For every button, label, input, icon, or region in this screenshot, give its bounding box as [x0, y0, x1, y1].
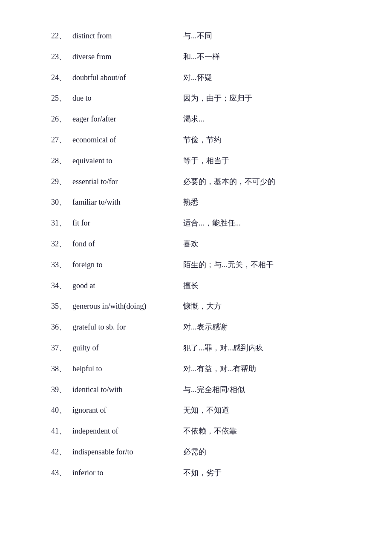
item-english: guilty of [72, 342, 183, 354]
item-chinese: 不如，劣于 [183, 467, 222, 479]
item-english: foreign to [72, 259, 183, 271]
item-english: diverse from [72, 51, 183, 63]
item-chinese: 无知，不知道 [183, 404, 229, 416]
item-chinese: 必要的，基本的，不可少的 [183, 176, 275, 188]
list-item: 35、generous in/with(doing)慷慨，大方 [51, 296, 358, 317]
item-chinese: 渴求... [183, 113, 205, 125]
item-number: 24、 [51, 72, 72, 84]
list-item: 30、familiar to/with熟悉 [51, 192, 358, 213]
item-chinese: 因为，由于；应归于 [183, 92, 252, 104]
item-chinese: 对...有益，对...有帮助 [183, 363, 256, 375]
list-item: 41、independent of不依赖，不依靠 [51, 421, 358, 442]
item-chinese: 喜欢 [183, 238, 199, 250]
item-chinese: 擅长 [183, 280, 199, 292]
item-number: 35、 [51, 300, 72, 312]
item-chinese: 与...不同 [183, 30, 212, 42]
item-number: 37、 [51, 342, 72, 354]
list-item: 28、equivalent to等于，相当于 [51, 150, 358, 171]
item-chinese: 适合...，能胜任... [183, 217, 241, 229]
item-number: 42、 [51, 446, 72, 458]
item-chinese: 必需的 [183, 446, 206, 458]
vocabulary-list: 22、distinct from与...不同23、diverse from和..… [51, 26, 358, 483]
item-chinese: 对...怀疑 [183, 72, 212, 84]
item-number: 22、 [51, 30, 72, 42]
item-chinese: 和...不一样 [183, 51, 220, 63]
list-item: 37、guilty of犯了...罪，对...感到内疚 [51, 338, 358, 358]
list-item: 22、distinct from与...不同 [51, 26, 358, 46]
item-number: 38、 [51, 363, 72, 375]
item-number: 36、 [51, 321, 72, 333]
item-number: 32、 [51, 238, 72, 250]
item-number: 34、 [51, 280, 72, 292]
item-english: indispensable for/to [72, 446, 183, 458]
list-item: 31、fit for适合...，能胜任... [51, 213, 358, 234]
list-item: 26、eager for/after渴求... [51, 109, 358, 130]
item-chinese: 节俭，节约 [183, 134, 222, 146]
list-item: 38、helpful to对...有益，对...有帮助 [51, 358, 358, 379]
list-item: 34、good at擅长 [51, 275, 358, 296]
list-item: 25、due to因为，由于；应归于 [51, 88, 358, 109]
item-english: inferior to [72, 467, 183, 479]
item-english: grateful to sb. for [72, 321, 183, 333]
item-english: independent of [72, 425, 183, 437]
list-item: 24、doubtful about/of对...怀疑 [51, 67, 358, 88]
item-english: distinct from [72, 30, 183, 42]
list-item: 43、inferior to不如，劣于 [51, 462, 358, 483]
list-item: 39、identical to/with与...完全相同/相似 [51, 379, 358, 400]
item-number: 43、 [51, 467, 72, 479]
list-item: 23、diverse from和...不一样 [51, 46, 358, 67]
item-number: 26、 [51, 113, 72, 125]
list-item: 33、foreign to陌生的；与...无关，不相干 [51, 254, 358, 275]
item-chinese: 陌生的；与...无关，不相干 [183, 259, 274, 271]
item-english: generous in/with(doing) [72, 300, 183, 312]
item-english: helpful to [72, 363, 183, 375]
item-english: doubtful about/of [72, 72, 183, 84]
item-number: 40、 [51, 404, 72, 416]
item-english: identical to/with [72, 384, 183, 396]
item-chinese: 慷慨，大方 [183, 300, 222, 312]
list-item: 36、grateful to sb. for对...表示感谢 [51, 317, 358, 338]
item-number: 33、 [51, 259, 72, 271]
list-item: 27、economical of节俭，节约 [51, 130, 358, 150]
item-english: fond of [72, 238, 183, 250]
item-english: ignorant of [72, 404, 183, 416]
item-english: familiar to/with [72, 196, 183, 208]
item-english: eager for/after [72, 113, 183, 125]
item-number: 31、 [51, 217, 72, 229]
item-english: good at [72, 280, 183, 292]
item-english: fit for [72, 217, 183, 229]
item-number: 39、 [51, 384, 72, 396]
item-chinese: 犯了...罪，对...感到内疚 [183, 342, 264, 354]
item-chinese: 对...表示感谢 [183, 321, 228, 333]
list-item: 40、ignorant of无知，不知道 [51, 400, 358, 421]
item-english: essential to/for [72, 176, 183, 188]
list-item: 32、fond of喜欢 [51, 234, 358, 254]
item-number: 41、 [51, 425, 72, 437]
item-chinese: 等于，相当于 [183, 155, 229, 167]
item-number: 23、 [51, 51, 72, 63]
item-number: 28、 [51, 155, 72, 167]
item-number: 25、 [51, 92, 72, 104]
item-english: equivalent to [72, 155, 183, 167]
item-number: 29、 [51, 176, 72, 188]
list-item: 29、essential to/for必要的，基本的，不可少的 [51, 171, 358, 192]
item-chinese: 熟悉 [183, 196, 199, 208]
item-english: due to [72, 92, 183, 104]
item-number: 30、 [51, 196, 72, 208]
item-english: economical of [72, 134, 183, 146]
list-item: 42、indispensable for/to必需的 [51, 442, 358, 462]
item-number: 27、 [51, 134, 72, 146]
item-chinese: 与...完全相同/相似 [183, 384, 245, 396]
item-chinese: 不依赖，不依靠 [183, 425, 237, 437]
